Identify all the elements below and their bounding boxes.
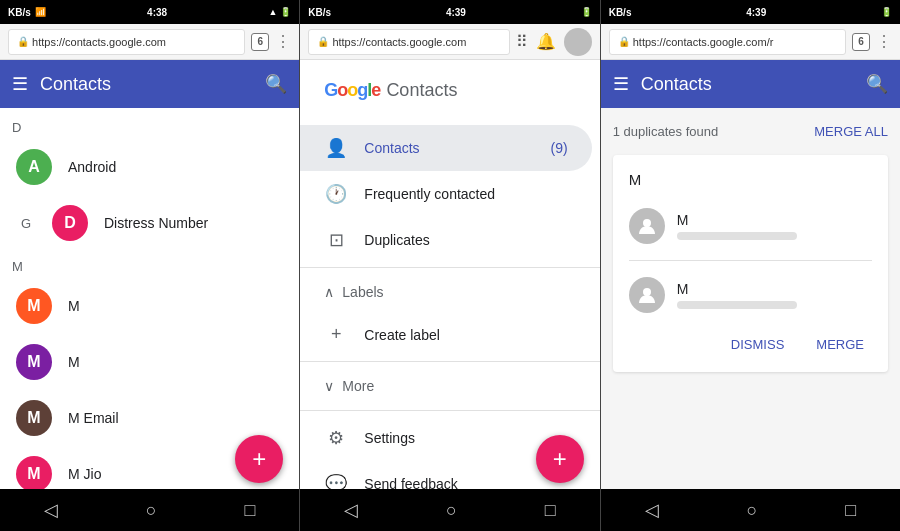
google-logo-text: Google xyxy=(324,80,380,101)
url-input-1[interactable]: 🔒 https://contacts.google.com xyxy=(8,29,245,55)
kb-indicator-3: KB/s xyxy=(609,7,632,18)
hamburger-menu-icon-1[interactable]: ☰ xyxy=(12,73,28,95)
back-button-3[interactable]: ◁ xyxy=(645,499,659,521)
merge-card-divider xyxy=(629,260,872,261)
status-bar-left-2: KB/s xyxy=(308,7,331,18)
frequently-icon: 🕐 xyxy=(324,183,348,205)
more-text: More xyxy=(342,378,374,394)
recent-button-3[interactable]: □ xyxy=(845,500,856,521)
home-button-3[interactable]: ○ xyxy=(746,500,757,521)
search-icon-1[interactable]: 🔍 xyxy=(265,73,287,95)
recent-button-1[interactable]: □ xyxy=(245,500,256,521)
more-section: ∨ More xyxy=(300,366,599,406)
time-3: 4:39 xyxy=(746,7,766,18)
contact-row-g[interactable]: G D Distress Number xyxy=(0,195,299,251)
status-bar-3: KB/s 4:39 🔋 xyxy=(601,0,900,24)
app-header-1: ☰ Contacts 🔍 xyxy=(0,60,299,108)
settings-text: Settings xyxy=(364,430,415,446)
status-bar-left-3: KB/s xyxy=(609,7,632,18)
merge-content: 1 duplicates found MERGE ALL M M xyxy=(601,108,900,489)
avatar-m1: M xyxy=(16,288,52,324)
contact-row-android[interactable]: A Android xyxy=(0,139,299,195)
labels-text: Labels xyxy=(342,284,383,300)
bottom-nav-3: ◁ ○ □ xyxy=(601,489,900,531)
section-letter-d: D xyxy=(0,112,299,139)
panel-merge: KB/s 4:39 🔋 🔒 https://contacts.google.co… xyxy=(601,0,900,531)
merge-contact-row-1: M xyxy=(629,200,872,252)
lock-icon-3: 🔒 xyxy=(618,36,630,47)
home-button-2[interactable]: ○ xyxy=(446,500,457,521)
duplicates-icon: ⊡ xyxy=(324,229,348,251)
search-icon-3[interactable]: 🔍 xyxy=(866,73,888,95)
contact-name-mjio: M Jio xyxy=(68,466,101,482)
create-label-text: Create label xyxy=(364,327,440,343)
home-button-1[interactable]: ○ xyxy=(146,500,157,521)
fab-button-2[interactable]: + xyxy=(536,435,584,483)
url-text-2: https://contacts.google.com xyxy=(332,36,466,48)
avatar-distress: D xyxy=(52,205,88,241)
merge-button[interactable]: MERGE xyxy=(808,333,872,356)
drawer-item-frequently[interactable]: 🕐 Frequently contacted xyxy=(300,171,599,217)
app-title-1: Contacts xyxy=(40,74,253,95)
app-title-3: Contacts xyxy=(641,74,854,95)
dismiss-button[interactable]: DISMISS xyxy=(723,333,792,356)
merge-contact-info-2: M xyxy=(677,281,872,309)
lock-icon-1: 🔒 xyxy=(17,36,29,47)
url-input-2[interactable]: 🔒 https://contacts.google.com xyxy=(308,29,509,55)
status-bar-right-2: 🔋 xyxy=(581,7,592,17)
merge-header: 1 duplicates found MERGE ALL xyxy=(613,120,888,143)
drawer-content: 👤 Contacts (9) 🕐 Frequently contacted ⊡ … xyxy=(300,117,599,489)
contact-name-memail: M Email xyxy=(68,410,119,426)
time-1: 4:38 xyxy=(147,7,167,18)
contact-name-android: Android xyxy=(68,159,116,175)
lock-icon-2: 🔒 xyxy=(317,36,329,47)
tab-count-3[interactable]: 6 xyxy=(852,33,870,51)
kb-indicator-2: KB/s xyxy=(308,7,331,18)
back-button-1[interactable]: ◁ xyxy=(44,499,58,521)
merge-all-button[interactable]: MERGE ALL xyxy=(814,124,888,139)
hamburger-menu-icon-3[interactable]: ☰ xyxy=(613,73,629,95)
labels-section: ∧ Labels xyxy=(300,272,599,312)
avatar-android: A xyxy=(16,149,52,185)
back-button-2[interactable]: ◁ xyxy=(344,499,358,521)
panel-contacts-list: KB/s 📶 4:38 ▲ 🔋 🔒 https://contacts.googl… xyxy=(0,0,299,531)
status-bar-right-3: 🔋 xyxy=(881,7,892,17)
create-label-icon: + xyxy=(324,324,348,345)
merge-contact-name-2: M xyxy=(677,281,872,297)
battery-icon-3: 🔋 xyxy=(881,7,892,17)
drawer-item-contacts[interactable]: 👤 Contacts (9) xyxy=(300,125,591,171)
notifications-icon[interactable]: 🔔 xyxy=(536,32,556,51)
battery-icon-2: 🔋 xyxy=(581,7,592,17)
app-header-3: ☰ Contacts 🔍 xyxy=(601,60,900,108)
contact-row-m1[interactable]: M M xyxy=(0,278,299,334)
settings-icon: ⚙ xyxy=(324,427,348,449)
avatar-user[interactable] xyxy=(564,28,592,56)
merge-contact-detail-1 xyxy=(677,232,797,240)
url-text-3: https://contacts.google.com/r xyxy=(633,36,774,48)
menu-dots-3[interactable]: ⋮ xyxy=(876,32,892,51)
contacts-title-drawer: Contacts xyxy=(386,80,457,101)
recent-button-2[interactable]: □ xyxy=(545,500,556,521)
drawer-label-contacts: Contacts xyxy=(364,140,419,156)
tab-count-1[interactable]: 6 xyxy=(251,33,269,51)
status-bar-2: KB/s 4:39 🔋 xyxy=(300,0,599,24)
drawer-item-create-label[interactable]: + Create label xyxy=(300,312,599,357)
contact-name-distress: Distress Number xyxy=(104,215,208,231)
group-letter-g: G xyxy=(16,216,36,231)
drawer-item-duplicates[interactable]: ⊡ Duplicates xyxy=(300,217,599,263)
address-bar-3: 🔒 https://contacts.google.com/r 6 ⋮ xyxy=(601,24,900,60)
kb-indicator-1: KB/s xyxy=(8,7,31,18)
panel-drawer: KB/s 4:39 🔋 🔒 https://contacts.google.co… xyxy=(300,0,599,531)
url-text-1: https://contacts.google.com xyxy=(32,36,166,48)
contact-list-1: D A Android G D Distress Number M M M M … xyxy=(0,108,299,489)
status-bar-left-1: KB/s 📶 xyxy=(8,7,46,18)
url-input-3[interactable]: 🔒 https://contacts.google.com/r xyxy=(609,29,846,55)
svg-point-0 xyxy=(643,219,651,227)
apps-icon[interactable]: ⠿ xyxy=(516,32,528,51)
signal-icon-1: 📶 xyxy=(35,7,46,17)
merge-card-title: M xyxy=(629,171,872,188)
contacts-icon: 👤 xyxy=(324,137,348,159)
menu-dots-1[interactable]: ⋮ xyxy=(275,32,291,51)
contact-row-m2[interactable]: M M xyxy=(0,334,299,390)
fab-button-1[interactable]: + xyxy=(235,435,283,483)
